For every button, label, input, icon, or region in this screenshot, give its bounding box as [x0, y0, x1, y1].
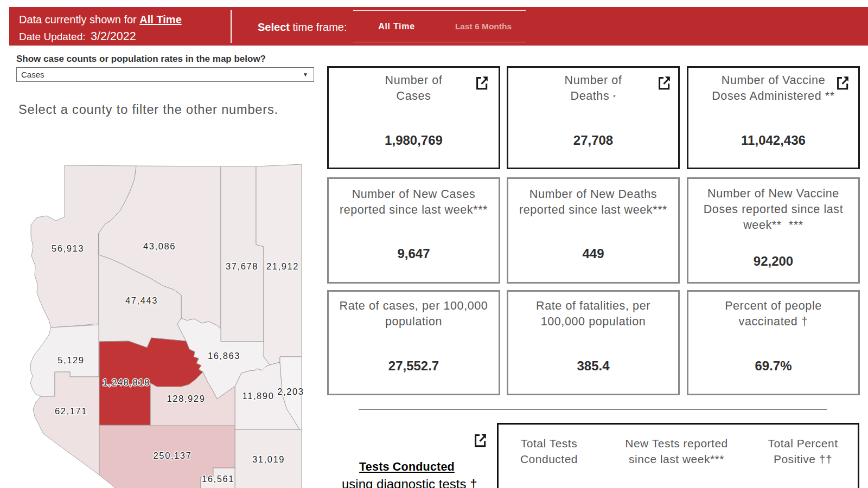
svg-text:11,890: 11,890 [242, 391, 275, 401]
svg-text:16,863: 16,863 [208, 351, 240, 361]
svg-text:43,086: 43,086 [143, 241, 176, 251]
svg-text:1,248,818: 1,248,818 [103, 377, 150, 387]
svg-text:250,137: 250,137 [154, 451, 192, 460]
svg-text:62,171: 62,171 [55, 406, 87, 416]
svg-text:21,912: 21,912 [266, 261, 299, 271]
svg-text:128,929: 128,929 [167, 394, 206, 403]
svg-text:2,203: 2,203 [277, 387, 304, 396]
svg-text:56,913: 56,913 [52, 243, 84, 253]
svg-text:47,443: 47,443 [125, 296, 158, 305]
svg-text:5,129: 5,129 [58, 355, 84, 365]
svg-text:16,561: 16,561 [202, 474, 234, 484]
svg-text:31,019: 31,019 [252, 454, 285, 464]
svg-text:37,678: 37,678 [226, 261, 258, 271]
